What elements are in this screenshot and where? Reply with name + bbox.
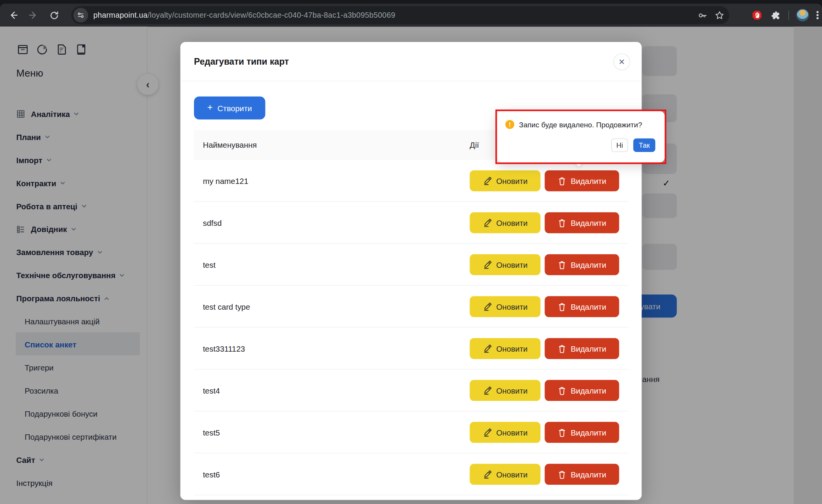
adblock-hand-icon[interactable] — [751, 10, 763, 21]
update-button[interactable]: Оновити — [470, 338, 541, 359]
update-button[interactable]: Оновити — [470, 296, 541, 317]
trash-icon — [558, 386, 566, 395]
plus-icon: + — [207, 102, 213, 113]
delete-button-label: Видалити — [571, 470, 606, 479]
edit-pencil-icon — [483, 386, 491, 395]
table-row: my name121 Оновити Видалити — [194, 160, 628, 202]
close-icon: ✕ — [618, 57, 625, 67]
reload-button[interactable] — [45, 6, 63, 24]
url-text: pharmapoint.ua/loyalty/customer-cards/vi… — [93, 11, 395, 20]
delete-button[interactable]: Видалити — [545, 212, 619, 233]
edit-pencil-icon — [483, 344, 491, 353]
delete-button-label: Видалити — [571, 176, 606, 185]
table-row: sdfsd Оновити Видалити — [194, 202, 628, 244]
forward-arrow-icon — [28, 10, 39, 20]
update-button[interactable]: Оновити — [470, 422, 541, 443]
update-button-label: Оновити — [496, 428, 528, 437]
popconfirm-yes-button[interactable]: Так — [633, 139, 655, 152]
table-row: test6 Оновити Видалити — [194, 453, 628, 495]
delete-button[interactable]: Видалити — [545, 296, 619, 317]
trash-icon — [558, 218, 566, 227]
update-button[interactable]: Оновити — [470, 380, 541, 401]
card-type-name: test3311123 — [203, 327, 245, 369]
card-type-name: test5 — [203, 411, 220, 453]
trash-icon — [558, 302, 566, 311]
delete-button[interactable]: Видалити — [545, 338, 619, 359]
delete-button[interactable]: Видалити — [545, 380, 619, 401]
trash-icon — [558, 344, 566, 353]
url-domain: pharmapoint.ua — [93, 11, 147, 20]
column-header-name: Найменування — [203, 130, 257, 160]
card-type-name: test — [203, 244, 216, 285]
reload-icon — [49, 10, 59, 20]
edit-pencil-icon — [483, 302, 491, 311]
browser-toolbar: pharmapoint.ua/loyalty/customer-cards/vi… — [0, 0, 822, 27]
url-bar[interactable]: pharmapoint.ua/loyalty/customer-cards/vi… — [71, 6, 729, 24]
update-button-label: Оновити — [496, 344, 528, 353]
update-button[interactable]: Оновити — [470, 170, 541, 191]
update-button[interactable]: Оновити — [470, 254, 541, 275]
trash-icon — [558, 428, 566, 437]
toolbar-separator — [788, 10, 789, 20]
url-path: /loyalty/customer-cards/view/6c0cbcae-c0… — [148, 11, 396, 20]
update-button[interactable]: Оновити — [470, 212, 541, 233]
bookmark-star-icon[interactable] — [714, 10, 725, 21]
delete-button-label: Видалити — [571, 218, 606, 227]
modal-title: Редагувати типи карт — [194, 57, 289, 67]
table-row: test3311123 Оновити Видалити — [194, 327, 628, 369]
screenshot-stage: pharmapoint.ua/loyalty/customer-cards/vi… — [0, 0, 822, 504]
delete-button[interactable]: Видалити — [545, 422, 619, 443]
update-button-label: Оновити — [496, 176, 528, 185]
profile-avatar[interactable] — [796, 9, 809, 22]
update-button-label: Оновити — [496, 218, 528, 227]
edit-pencil-icon — [483, 470, 491, 479]
update-button-label: Оновити — [496, 470, 528, 479]
delete-button-label: Видалити — [571, 428, 606, 437]
table-row: test Оновити Видалити — [194, 244, 628, 285]
table-row: test card type Оновити Видалити — [194, 285, 628, 327]
create-button[interactable]: + Створити — [194, 97, 265, 120]
key-icon[interactable] — [697, 10, 708, 21]
trash-icon — [558, 470, 566, 479]
card-type-name: test card type — [203, 285, 250, 327]
trash-icon — [558, 176, 566, 185]
delete-button-label: Видалити — [571, 344, 606, 353]
forward-button[interactable] — [25, 6, 42, 24]
extensions-puzzle-icon[interactable] — [770, 10, 781, 21]
edit-card-types-modal: Редагувати типи карт ✕ + Створити Наймен… — [180, 42, 642, 500]
create-button-label: Створити — [217, 103, 252, 112]
back-arrow-icon — [8, 10, 18, 20]
update-button-label: Оновити — [496, 260, 528, 269]
delete-button-label: Видалити — [571, 386, 606, 395]
modal-header: Редагувати типи карт ✕ — [180, 42, 642, 81]
column-header-actions: Дії — [470, 130, 479, 160]
edit-pencil-icon — [483, 260, 491, 269]
edit-pencil-icon — [483, 176, 491, 185]
popconfirm-no-button[interactable]: Ні — [611, 139, 628, 152]
site-settings-icon — [77, 11, 85, 20]
browser-menu-button[interactable]: ••• — [816, 10, 819, 20]
card-types-table: Найменування Дії my name121 Оновити Вида… — [194, 130, 628, 495]
delete-button[interactable]: Видалити — [545, 464, 619, 485]
delete-button[interactable]: Видалити — [545, 170, 619, 191]
delete-popconfirm: ! Запис буде видалено. Продовжити? Ні Та… — [497, 111, 665, 162]
edit-pencil-icon — [483, 428, 491, 437]
update-button-label: Оновити — [496, 386, 528, 395]
edit-pencil-icon — [483, 218, 491, 227]
card-type-name: test6 — [203, 453, 220, 495]
update-button[interactable]: Оновити — [470, 464, 541, 485]
card-type-name: my name121 — [203, 160, 248, 202]
table-row: test4 Оновити Видалити — [194, 369, 628, 411]
site-info-button[interactable] — [74, 8, 88, 22]
delete-button-label: Видалити — [571, 260, 606, 269]
toolbar-surface: pharmapoint.ua/loyalty/customer-cards/vi… — [0, 4, 822, 27]
back-button[interactable] — [4, 6, 22, 24]
delete-button[interactable]: Видалити — [545, 254, 619, 275]
warning-icon: ! — [505, 120, 514, 129]
table-row: test5 Оновити Видалити — [194, 411, 628, 453]
trash-icon — [558, 260, 566, 269]
card-type-name: sdfsd — [203, 202, 222, 244]
popconfirm-message: Запис буде видалено. Продовжити? — [519, 120, 642, 129]
modal-close-button[interactable]: ✕ — [613, 53, 630, 70]
delete-button-label: Видалити — [571, 302, 606, 311]
